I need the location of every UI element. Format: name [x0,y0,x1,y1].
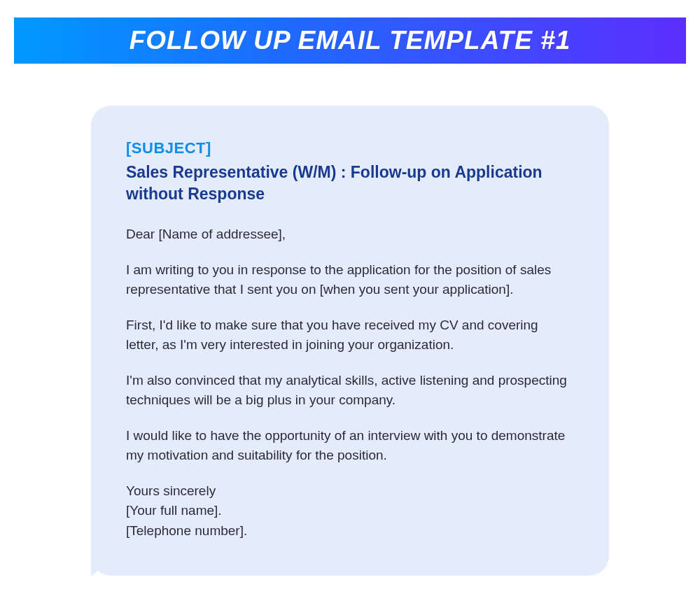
header-banner: FOLLOW UP EMAIL TEMPLATE #1 [14,17,686,64]
email-card-container: [SUBJECT] Sales Representative (W/M) : F… [91,106,609,576]
telephone: [Telephone number]. [126,523,247,538]
sign-off: Yours sincerely [Your full name]. [Telep… [126,481,574,541]
greeting: Dear [Name of addressee], [126,225,574,245]
paragraph-3: I'm also convinced that my analytical sk… [126,371,574,411]
email-body: Dear [Name of addressee], I am writing t… [126,225,574,541]
email-card: [SUBJECT] Sales Representative (W/M) : F… [91,106,609,576]
full-name: [Your full name]. [126,503,222,518]
paragraph-2: First, I'd like to make sure that you ha… [126,315,574,355]
paragraph-4: I would like to have the opportunity of … [126,426,574,466]
header-title: FOLLOW UP EMAIL TEMPLATE #1 [130,26,571,55]
subject-label: [SUBJECT] [126,139,574,157]
signoff-text: Yours sincerely [126,483,216,498]
subject-text: Sales Representative (W/M) : Follow-up o… [126,162,574,205]
paragraph-1: I am writing to you in response to the a… [126,260,574,300]
